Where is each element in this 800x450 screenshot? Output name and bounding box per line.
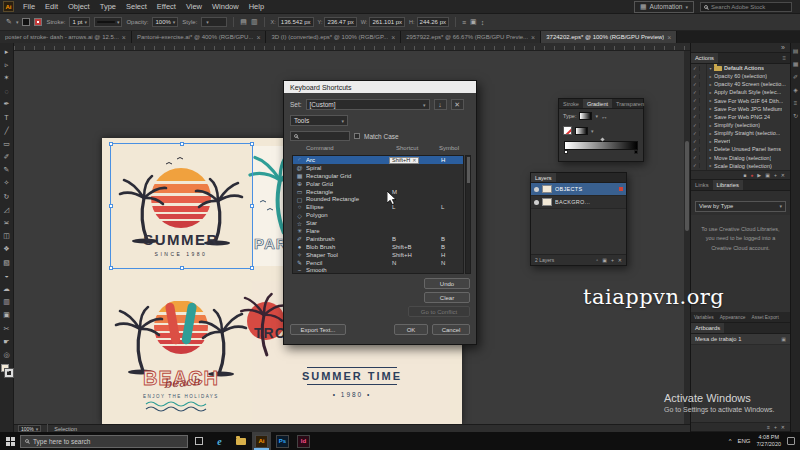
category-select[interactable]: Tools▾ bbox=[290, 115, 348, 126]
shortcut-row[interactable]: @Spiral bbox=[293, 164, 463, 172]
export-text-button[interactable]: Export Text... bbox=[290, 324, 346, 335]
toggle-check-icon[interactable]: ✓ bbox=[691, 106, 700, 111]
tab-gradient[interactable]: Gradient bbox=[583, 99, 612, 108]
taskbar-app-indesign[interactable]: Id bbox=[294, 432, 313, 450]
swatches-panel-icon[interactable]: ▦ bbox=[793, 58, 799, 71]
delete-artboard-icon[interactable]: ✕ bbox=[781, 424, 785, 430]
action-row[interactable]: ✓▸Opacity 40 Screen (selectio... bbox=[691, 80, 790, 88]
fill-swatch[interactable] bbox=[22, 18, 30, 26]
selection-handle[interactable] bbox=[180, 142, 184, 146]
new-layer-icon[interactable]: + bbox=[611, 257, 614, 263]
action-row[interactable]: ✓▸Scale Dialog (selection) bbox=[691, 162, 790, 170]
view-by-type-select[interactable]: View by Type▾ bbox=[695, 201, 786, 212]
toggle-check-icon[interactable]: ✓ bbox=[691, 82, 700, 87]
gradient-fill-swatch[interactable] bbox=[575, 127, 588, 135]
selection-handle[interactable] bbox=[180, 266, 184, 270]
pen-tool[interactable]: ✒ bbox=[0, 98, 14, 111]
document-tab[interactable]: 2957922.eps* @ 66.67% (RGB/GPU Previe...… bbox=[401, 31, 541, 43]
delete-layer-icon[interactable]: ✕ bbox=[618, 257, 622, 263]
action-row[interactable]: ✓▸Save For Web GIF 64 Dith... bbox=[691, 97, 790, 105]
pencil-tool[interactable]: ✎ bbox=[0, 164, 14, 177]
action-row[interactable]: ✓▸Apply Default Style (selec... bbox=[691, 88, 790, 96]
clock[interactable]: 4:08 PM 7/27/2020 bbox=[757, 434, 781, 449]
expander-icon[interactable]: ▸ bbox=[707, 155, 714, 160]
collapse-panels-icon[interactable]: » bbox=[691, 43, 790, 53]
stroke-proxy-swatch[interactable] bbox=[5, 369, 13, 377]
opacity-select[interactable]: 100%▾ bbox=[152, 17, 178, 27]
selection-handle[interactable] bbox=[109, 266, 113, 270]
gradient-tool[interactable]: ▧ bbox=[0, 256, 14, 269]
language-indicator[interactable]: ENG bbox=[738, 438, 751, 444]
expander-icon[interactable]: ▸ bbox=[707, 82, 714, 87]
shortcut-row[interactable]: ✐PaintbrushBB bbox=[293, 235, 463, 243]
field-value[interactable]: 261.101 px bbox=[369, 17, 405, 27]
brush-definition-select[interactable]: ▾ bbox=[94, 17, 123, 27]
expander-icon[interactable]: ▸ bbox=[707, 106, 714, 111]
adobe-stock-search-input[interactable]: Search Adobe Stock bbox=[700, 2, 792, 12]
stroke-color-swatch[interactable] bbox=[34, 18, 42, 26]
shortcut-row[interactable]: ✧Shaper ToolShift+HH bbox=[293, 251, 463, 259]
dialog-toggle-cell[interactable] bbox=[700, 154, 707, 162]
toggle-check-icon[interactable]: ✓ bbox=[691, 114, 700, 119]
clear-button[interactable]: Clear bbox=[424, 292, 470, 303]
distribute-icon[interactable]: ▥ bbox=[251, 18, 258, 26]
field-value[interactable]: 236.47 px bbox=[324, 17, 356, 27]
dialog-toggle-cell[interactable] bbox=[700, 97, 707, 105]
clear-icon[interactable]: ✕ bbox=[412, 157, 416, 163]
taskbar-search-input[interactable]: Type here to search bbox=[20, 435, 188, 448]
toggle-check-icon[interactable]: ✓ bbox=[691, 139, 700, 144]
line-segment-tool[interactable]: ╱ bbox=[0, 124, 14, 137]
selection-handle[interactable] bbox=[250, 266, 254, 270]
artboard-item[interactable]: Mesa de trabajo 1▣ bbox=[691, 334, 790, 345]
taskbar-app-illustrator[interactable]: Ai bbox=[252, 432, 271, 450]
play-icon[interactable]: ▶ bbox=[757, 172, 761, 178]
expander-icon[interactable]: ▾ bbox=[707, 66, 714, 71]
close-icon[interactable]: × bbox=[122, 34, 126, 41]
expander-icon[interactable]: ▸ bbox=[707, 114, 714, 119]
shortcut-row[interactable]: ☆Star bbox=[293, 219, 463, 227]
zoom-select[interactable]: 100%▾ bbox=[18, 425, 41, 432]
action-row[interactable]: ✓▸Delete Unused Panel Items bbox=[691, 145, 790, 153]
delete-set-button[interactable]: ✕ bbox=[451, 99, 464, 110]
action-center-icon[interactable] bbox=[787, 437, 795, 445]
shortcut-row[interactable]: ▭RectangleM bbox=[293, 188, 463, 196]
dialog-toggle-cell[interactable] bbox=[700, 162, 707, 170]
panel-menu-icon[interactable]: ≡ bbox=[778, 53, 790, 63]
none-swatch[interactable] bbox=[563, 126, 572, 135]
document-tab[interactable]: poster of stroke- dash - arrows.ai @ 12.… bbox=[0, 31, 132, 43]
match-case-checkbox[interactable] bbox=[354, 133, 360, 139]
scale-tool[interactable]: ◿ bbox=[0, 203, 14, 216]
lasso-tool[interactable]: ◌ bbox=[0, 85, 14, 98]
make-clip-mask-icon[interactable]: ▫ bbox=[596, 257, 598, 263]
close-icon[interactable]: × bbox=[667, 34, 671, 41]
dialog-title[interactable]: Keyboard Shortcuts bbox=[284, 81, 476, 93]
toggle-check-icon[interactable]: ✓ bbox=[691, 66, 700, 71]
symbol-sprayer-tool[interactable]: ☁ bbox=[0, 282, 14, 295]
poster-beach[interactable]: BEACH beach ENJOY THE HOLIDAYS bbox=[116, 301, 246, 411]
tray-expand-icon[interactable]: ^ bbox=[729, 438, 732, 444]
tab-libraries[interactable]: Libraries bbox=[713, 180, 743, 190]
start-button[interactable] bbox=[0, 432, 20, 450]
artboard-tool[interactable]: ▣ bbox=[0, 309, 14, 322]
tab-artboards[interactable]: Artboards bbox=[691, 323, 724, 333]
dialog-toggle-cell[interactable] bbox=[700, 72, 707, 80]
zoom-tool[interactable]: ◎ bbox=[0, 348, 14, 361]
expander-icon[interactable]: ▸ bbox=[707, 139, 714, 144]
type-tool[interactable]: T bbox=[0, 111, 14, 124]
layer-row[interactable]: BACKGRO... bbox=[531, 196, 626, 209]
gradient-slider[interactable] bbox=[564, 141, 638, 150]
taskbar-app-edge[interactable]: e bbox=[210, 432, 229, 450]
align-icon[interactable]: ▤ bbox=[240, 18, 247, 26]
shortcut-row[interactable]: ○EllipseLL bbox=[293, 203, 463, 211]
shortcut-search-input[interactable] bbox=[290, 131, 350, 141]
action-row[interactable]: ✓▸Revert bbox=[691, 137, 790, 145]
menu-item-file[interactable]: File bbox=[18, 0, 40, 14]
workspace-switcher[interactable]: ▦ Automation ▾ bbox=[634, 1, 694, 13]
direct-selection-tool[interactable]: ▹ bbox=[0, 58, 14, 71]
rotate-tool[interactable]: ↻ bbox=[0, 190, 14, 203]
action-row[interactable]: ✓▸Move Dialog (selection) bbox=[691, 154, 790, 162]
toggle-check-icon[interactable]: ✓ bbox=[691, 147, 700, 152]
dialog-toggle-cell[interactable] bbox=[700, 113, 707, 121]
selection-handle[interactable] bbox=[109, 142, 113, 146]
brushes-panel-icon[interactable]: ✐ bbox=[793, 71, 798, 84]
